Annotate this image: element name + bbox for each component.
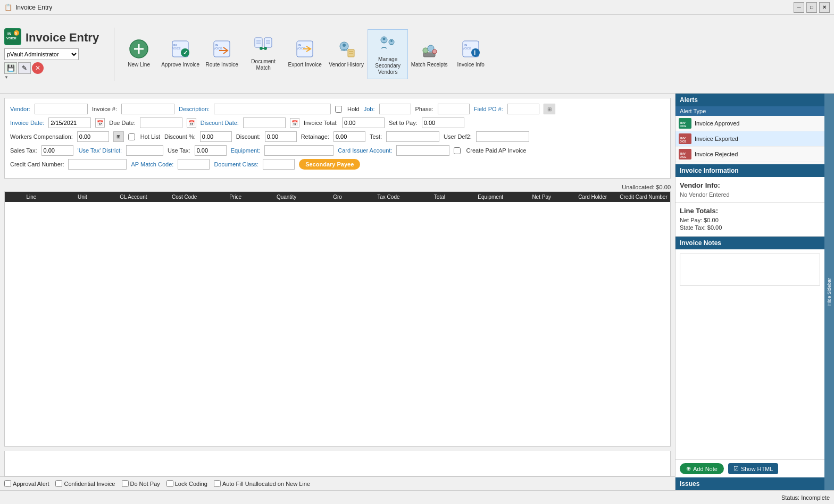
- workers-comp-input[interactable]: [77, 131, 109, 142]
- edit-button[interactable]: ✎: [18, 62, 31, 74]
- svg-text:IN: IN: [7, 32, 11, 36]
- hide-sidebar-tab[interactable]: Hide Sidebar: [824, 94, 834, 490]
- do-not-pay-checkbox[interactable]: [122, 480, 129, 487]
- lock-coding-checkbox-container: Lock Coding: [166, 480, 207, 487]
- form-row-1: Vendor: Invoice #: Description: Hold Job…: [10, 104, 665, 114]
- notes-textarea[interactable]: [680, 254, 820, 285]
- svg-point-23: [260, 47, 263, 50]
- alert-item-rejected[interactable]: INV OICE Invoice Rejected: [675, 147, 824, 162]
- svg-rect-17: [255, 38, 262, 47]
- secondary-payee-button[interactable]: Secondary Payee: [299, 159, 360, 170]
- ap-match-code-label[interactable]: AP Match Code:: [131, 161, 173, 167]
- ap-match-code-input[interactable]: [178, 159, 210, 170]
- confidential-invoice-checkbox[interactable]: [55, 480, 62, 487]
- confidential-invoice-checkbox-container: Confidential Invoice: [55, 480, 115, 487]
- vendor-label[interactable]: Vendor:: [10, 106, 30, 112]
- match-receipts-button[interactable]: Match Receipts: [409, 29, 449, 77]
- use-tax-district-input[interactable]: [126, 145, 163, 156]
- approve-invoice-label: Approve Invoice: [161, 62, 199, 68]
- form-row-4: Sales Tax: 'Use Tax' District: Use Tax: …: [10, 145, 665, 156]
- do-not-pay-checkbox-container: Do Not Pay: [122, 480, 160, 487]
- test-input[interactable]: [386, 131, 439, 142]
- vendor-history-button[interactable]: Vendor History: [326, 29, 366, 77]
- hide-sidebar-label: Hide Sidebar: [827, 278, 832, 306]
- state-tax-row: State Tax: $0.00: [680, 224, 820, 231]
- document-match-button[interactable]: Document Match: [243, 29, 283, 77]
- form-row-2: Invoice Date: 📅 Due Date: 📅 Discount Dat…: [10, 117, 665, 128]
- use-tax-district-label[interactable]: 'Use Tax' District:: [78, 147, 122, 154]
- discount-date-cal-btn[interactable]: 📅: [290, 118, 299, 128]
- alert-type-header: Alert Type: [680, 108, 706, 114]
- description-label[interactable]: Description:: [179, 106, 210, 112]
- job-input[interactable]: [379, 104, 411, 114]
- equipment-label[interactable]: Equipment:: [231, 147, 261, 154]
- discount-input[interactable]: [265, 131, 297, 142]
- document-class-input[interactable]: [263, 159, 295, 170]
- vendor-info-section: Vendor Info: No Vendor Entered: [675, 177, 824, 203]
- document-class-label[interactable]: Document Class:: [214, 161, 258, 167]
- show-html-button[interactable]: ☑ Show HTML: [728, 463, 779, 474]
- route-invoice-button[interactable]: IN VOICE Route Invoice: [202, 29, 242, 77]
- unallocated-value: $0.00: [656, 184, 671, 190]
- minimize-button[interactable]: ─: [794, 2, 804, 13]
- test-label: Test:: [370, 133, 382, 140]
- hold-label: Hold: [347, 106, 360, 112]
- set-to-pay-input[interactable]: [422, 117, 464, 128]
- invoice-date-label[interactable]: Invoice Date:: [10, 120, 44, 126]
- toolbar: IN VOICE $ Invoice Entry pVault Administ…: [0, 15, 834, 94]
- invoice-date-input[interactable]: [48, 117, 91, 128]
- col-credit-card-num: Credit Card Number: [618, 194, 669, 200]
- use-tax-label: Use Tax:: [168, 147, 190, 154]
- alert-item-approved[interactable]: INV OICE Invoice Approved: [675, 116, 824, 131]
- field-po-label[interactable]: Field PO #:: [474, 106, 503, 112]
- delete-button[interactable]: ✕: [32, 62, 44, 74]
- close-button[interactable]: ✕: [819, 2, 830, 13]
- approval-alert-checkbox[interactable]: [4, 480, 11, 487]
- description-input[interactable]: [214, 104, 331, 114]
- invoice-info-button[interactable]: IN VOICE i Invoice Info: [451, 29, 491, 77]
- due-date-input[interactable]: [140, 117, 182, 128]
- invoice-date-cal-btn[interactable]: 📅: [95, 118, 105, 128]
- phase-input[interactable]: [438, 104, 470, 114]
- hot-list-label: Hot List: [140, 133, 160, 140]
- field-po-action-btn[interactable]: ⊞: [544, 104, 555, 114]
- lock-coding-label: Lock Coding: [175, 481, 207, 487]
- due-date-label: Due Date:: [109, 120, 136, 126]
- approve-invoice-button[interactable]: IN VOICE ✓ Approve Invoice: [160, 29, 201, 77]
- new-line-button[interactable]: New Line: [119, 29, 159, 77]
- add-note-button[interactable]: ⊕ Add Note: [680, 463, 724, 474]
- invoice-num-input[interactable]: [121, 104, 174, 114]
- user-def2-input[interactable]: [476, 131, 529, 142]
- maximize-button[interactable]: □: [806, 2, 817, 13]
- workers-comp-action-btn[interactable]: ⊞: [113, 131, 124, 142]
- sales-tax-input[interactable]: [41, 145, 73, 156]
- user-dropdown[interactable]: pVault Administrator: [4, 48, 79, 60]
- discount-pct-input[interactable]: [200, 131, 232, 142]
- retainage-input[interactable]: [333, 131, 365, 142]
- field-po-input[interactable]: [507, 104, 539, 114]
- due-date-cal-btn[interactable]: 📅: [187, 118, 196, 128]
- export-invoice-button[interactable]: IN VOICE Export Invoice: [285, 29, 325, 77]
- hold-checkbox[interactable]: [335, 106, 342, 113]
- card-issuer-label[interactable]: Card Issuer Account:: [338, 147, 392, 154]
- use-tax-input[interactable]: [195, 145, 227, 156]
- unallocated-label: Unallocated:: [622, 184, 654, 190]
- auto-fill-checkbox[interactable]: [214, 480, 221, 487]
- alert-item-exported[interactable]: INV OICE Invoice Exported: [675, 131, 824, 147]
- equipment-input[interactable]: [264, 145, 333, 156]
- bottom-input[interactable]: [5, 451, 670, 476]
- job-label[interactable]: Job:: [364, 106, 375, 112]
- discount-date-label[interactable]: Discount Date:: [201, 120, 239, 126]
- invoice-total-input[interactable]: [342, 117, 385, 128]
- net-pay-label: Net Pay:: [680, 217, 702, 223]
- save-button[interactable]: 💾: [4, 62, 17, 74]
- add-note-label: Add Note: [693, 466, 718, 472]
- discount-date-input[interactable]: [243, 117, 286, 128]
- credit-card-input[interactable]: [68, 159, 127, 170]
- card-issuer-input[interactable]: [396, 145, 449, 156]
- lock-coding-checkbox[interactable]: [166, 480, 173, 487]
- hot-list-checkbox[interactable]: [128, 133, 135, 140]
- create-paid-ap-checkbox[interactable]: [454, 147, 461, 154]
- vendor-input[interactable]: [35, 104, 88, 114]
- manage-secondary-vendors-button[interactable]: Manage Secondary Vendors: [368, 29, 408, 79]
